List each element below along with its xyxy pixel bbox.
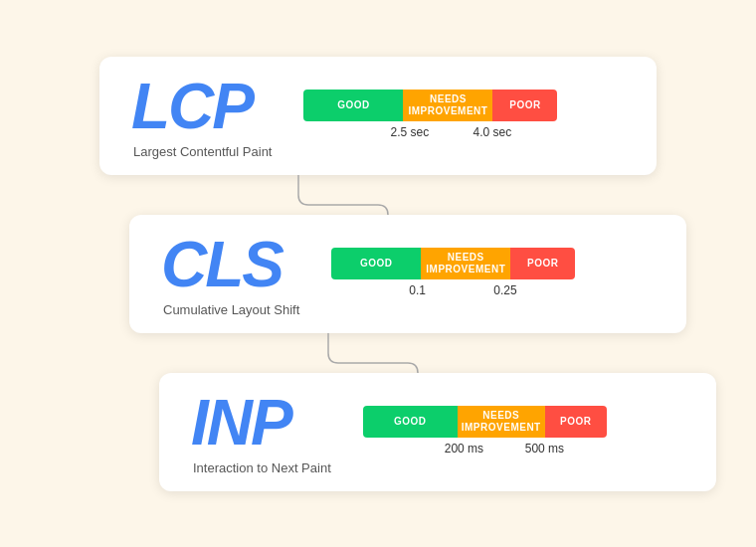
lcp-needs-segment: NEEDSIMPROVEMENT (403, 90, 492, 121)
cls-needs-segment: NEEDSIMPROVEMENT (421, 248, 510, 279)
lcp-poor-segment: POOR (492, 90, 557, 121)
inp-needs-segment: NEEDSIMPROVEMENT (458, 406, 545, 438)
inp-threshold1: 200 ms (445, 442, 483, 456)
connector-2 (129, 333, 686, 373)
lcp-threshold2: 4.0 sec (472, 125, 511, 139)
cls-description: Cumulative Layout Shift (161, 302, 299, 317)
inp-card: INP Interaction to Next Paint GOOD NEEDS… (159, 373, 716, 491)
lcp-good-segment: GOOD (303, 90, 403, 121)
cls-bar-section: GOOD NEEDSIMPROVEMENT POOR 0.1 0.25 (331, 248, 575, 301)
inp-bar-section: GOOD NEEDSIMPROVEMENT POOR 200 ms 500 ms (363, 406, 607, 459)
inp-poor-segment: POOR (545, 406, 607, 438)
lcp-threshold1: 2.5 sec (390, 125, 429, 139)
cls-threshold2: 0.25 (493, 283, 516, 297)
lcp-card: LCP Largest Contentful Paint GOOD NEEDSI… (99, 57, 657, 175)
lcp-description: Largest Contentful Paint (131, 144, 272, 159)
lcp-acronym: LCP (131, 75, 272, 138)
cls-acronym: CLS (161, 233, 299, 296)
inp-description: Interaction to Next Paint (191, 460, 331, 475)
cards-container: LCP Largest Contentful Paint GOOD NEEDSI… (40, 57, 716, 491)
inp-bar: GOOD NEEDSIMPROVEMENT POOR (363, 406, 607, 438)
inp-threshold2: 500 ms (525, 442, 564, 456)
cls-card: CLS Cumulative Layout Shift GOOD NEEDSIM… (129, 215, 686, 333)
lcp-bar: GOOD NEEDSIMPROVEMENT POOR (303, 90, 557, 121)
inp-acronym: INP (191, 391, 331, 455)
inp-good-segment: GOOD (363, 406, 458, 438)
connector-1 (99, 175, 657, 215)
cls-bar: GOOD NEEDSIMPROVEMENT POOR (331, 248, 575, 279)
lcp-bar-section: GOOD NEEDSIMPROVEMENT POOR 2.5 sec 4.0 s… (303, 90, 557, 143)
cls-poor-segment: POOR (510, 248, 575, 279)
cls-threshold1: 0.1 (409, 283, 426, 297)
cls-good-segment: GOOD (331, 248, 421, 279)
